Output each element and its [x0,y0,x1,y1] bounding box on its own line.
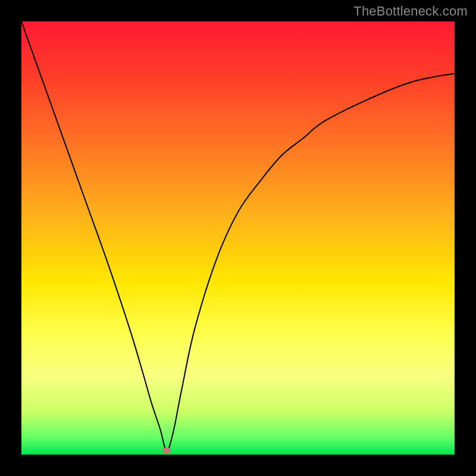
plot-area [21,21,455,455]
minimum-marker [162,447,171,453]
bottleneck-curve [21,21,455,455]
chart-frame: TheBottleneck.com [0,0,476,476]
watermark-label: TheBottleneck.com [353,4,468,19]
